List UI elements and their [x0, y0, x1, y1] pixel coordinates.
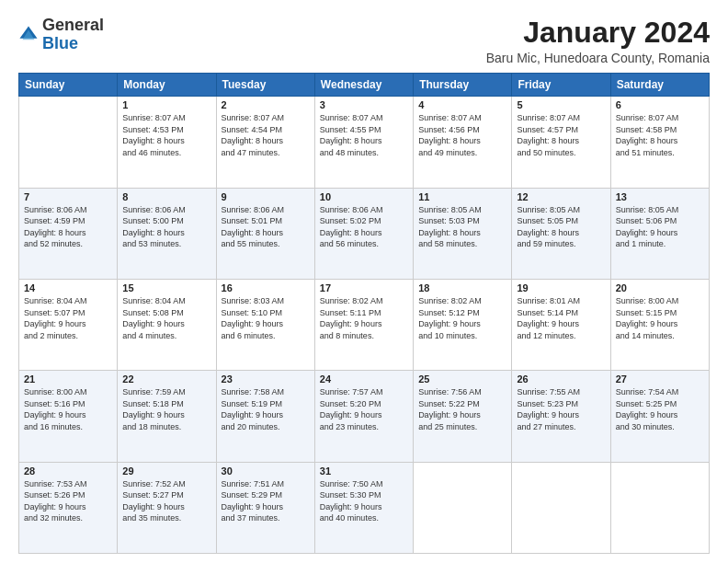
table-row: 23Sunrise: 7:58 AMSunset: 5:19 PMDayligh…: [216, 371, 314, 462]
day-number: 8: [122, 191, 210, 202]
day-info: Sunrise: 7:55 AMSunset: 5:23 PMDaylight:…: [517, 386, 605, 432]
col-friday: Friday: [512, 74, 610, 97]
day-number: 31: [320, 465, 408, 477]
day-info: Sunrise: 8:06 AMSunset: 5:01 PMDaylight:…: [222, 204, 310, 250]
title-block: January 2024 Baru Mic, Hunedoara County,…: [486, 17, 710, 65]
table-row: 5Sunrise: 8:07 AMSunset: 4:57 PMDaylight…: [512, 97, 610, 188]
day-number: 6: [616, 99, 704, 110]
day-info: Sunrise: 7:58 AMSunset: 5:19 PMDaylight:…: [222, 386, 310, 432]
day-info: Sunrise: 8:03 AMSunset: 5:10 PMDaylight:…: [222, 295, 310, 341]
col-wednesday: Wednesday: [314, 74, 413, 97]
day-info: Sunrise: 8:07 AMSunset: 4:54 PMDaylight:…: [222, 112, 310, 158]
day-number: 2: [222, 99, 310, 110]
table-row: 17Sunrise: 8:02 AMSunset: 5:11 PMDayligh…: [314, 279, 413, 370]
day-info: Sunrise: 7:52 AMSunset: 5:27 PMDaylight:…: [122, 478, 210, 524]
day-number: 21: [24, 373, 112, 385]
table-row: 27Sunrise: 7:54 AMSunset: 5:25 PMDayligh…: [610, 371, 709, 462]
table-row: 18Sunrise: 8:02 AMSunset: 5:12 PMDayligh…: [414, 279, 512, 370]
day-number: 14: [24, 282, 112, 293]
day-number: 22: [122, 373, 210, 385]
day-number: 17: [320, 282, 408, 293]
day-info: Sunrise: 8:05 AMSunset: 5:03 PMDaylight:…: [418, 204, 506, 250]
table-row: 2Sunrise: 8:07 AMSunset: 4:54 PMDaylight…: [216, 97, 314, 188]
day-info: Sunrise: 7:50 AMSunset: 5:30 PMDaylight:…: [320, 478, 408, 524]
day-number: 18: [418, 282, 506, 293]
calendar-table: Sunday Monday Tuesday Wednesday Thursday…: [18, 73, 710, 554]
logo: General Blue: [18, 17, 104, 53]
day-number: 5: [517, 99, 605, 110]
day-number: 3: [320, 99, 408, 110]
table-row: 9Sunrise: 8:06 AMSunset: 5:01 PMDaylight…: [216, 188, 314, 279]
table-row: 21Sunrise: 8:00 AMSunset: 5:16 PMDayligh…: [19, 371, 118, 462]
day-info: Sunrise: 8:06 AMSunset: 4:59 PMDaylight:…: [24, 204, 112, 250]
day-info: Sunrise: 7:54 AMSunset: 5:25 PMDaylight:…: [616, 386, 704, 432]
day-info: Sunrise: 7:56 AMSunset: 5:22 PMDaylight:…: [418, 386, 506, 432]
day-info: Sunrise: 8:02 AMSunset: 5:11 PMDaylight:…: [320, 295, 408, 341]
day-info: Sunrise: 8:06 AMSunset: 5:02 PMDaylight:…: [320, 204, 408, 250]
day-info: Sunrise: 8:05 AMSunset: 5:06 PMDaylight:…: [616, 204, 704, 250]
title-month: January 2024: [486, 17, 710, 49]
table-row: 11Sunrise: 8:05 AMSunset: 5:03 PMDayligh…: [414, 188, 512, 279]
table-row: 28Sunrise: 7:53 AMSunset: 5:26 PMDayligh…: [19, 462, 118, 553]
table-row: 3Sunrise: 8:07 AMSunset: 4:55 PMDaylight…: [314, 97, 413, 188]
table-row: 15Sunrise: 8:04 AMSunset: 5:08 PMDayligh…: [118, 279, 216, 370]
day-number: 12: [517, 191, 605, 202]
table-row: 14Sunrise: 8:04 AMSunset: 5:07 PMDayligh…: [19, 279, 118, 370]
day-number: 15: [122, 282, 210, 293]
col-sunday: Sunday: [19, 74, 118, 97]
day-info: Sunrise: 7:59 AMSunset: 5:18 PMDaylight:…: [122, 386, 210, 432]
day-number: 24: [320, 373, 408, 385]
day-info: Sunrise: 8:07 AMSunset: 4:55 PMDaylight:…: [320, 112, 408, 158]
week-row-1: 7Sunrise: 8:06 AMSunset: 4:59 PMDaylight…: [19, 188, 710, 279]
day-info: Sunrise: 8:07 AMSunset: 4:58 PMDaylight:…: [616, 112, 704, 158]
title-location: Baru Mic, Hunedoara County, Romania: [486, 51, 710, 65]
day-info: Sunrise: 7:57 AMSunset: 5:20 PMDaylight:…: [320, 386, 408, 432]
table-row: 7Sunrise: 8:06 AMSunset: 4:59 PMDaylight…: [19, 188, 118, 279]
day-info: Sunrise: 7:53 AMSunset: 5:26 PMDaylight:…: [24, 478, 112, 524]
logo-text: General Blue: [42, 17, 104, 53]
logo-blue: Blue: [42, 34, 78, 52]
page: General Blue January 2024 Baru Mic, Hune…: [0, 0, 728, 563]
header: General Blue January 2024 Baru Mic, Hune…: [18, 17, 710, 65]
table-row: [610, 462, 709, 553]
day-number: 27: [616, 373, 704, 385]
col-saturday: Saturday: [610, 74, 709, 97]
table-row: [512, 462, 610, 553]
day-number: 26: [517, 373, 605, 385]
week-row-2: 14Sunrise: 8:04 AMSunset: 5:07 PMDayligh…: [19, 279, 710, 370]
table-row: 10Sunrise: 8:06 AMSunset: 5:02 PMDayligh…: [314, 188, 413, 279]
day-number: 7: [24, 191, 112, 202]
logo-general: General: [42, 16, 104, 34]
day-info: Sunrise: 8:00 AMSunset: 5:16 PMDaylight:…: [24, 386, 112, 432]
table-row: [19, 97, 118, 188]
day-info: Sunrise: 8:07 AMSunset: 4:57 PMDaylight:…: [517, 112, 605, 158]
day-number: 4: [418, 99, 506, 110]
table-row: [414, 462, 512, 553]
calendar-header-row: Sunday Monday Tuesday Wednesday Thursday…: [19, 74, 710, 97]
week-row-3: 21Sunrise: 8:00 AMSunset: 5:16 PMDayligh…: [19, 371, 710, 462]
week-row-4: 28Sunrise: 7:53 AMSunset: 5:26 PMDayligh…: [19, 462, 710, 553]
col-thursday: Thursday: [414, 74, 512, 97]
day-number: 16: [222, 282, 310, 293]
table-row: 22Sunrise: 7:59 AMSunset: 5:18 PMDayligh…: [118, 371, 216, 462]
table-row: 24Sunrise: 7:57 AMSunset: 5:20 PMDayligh…: [314, 371, 413, 462]
table-row: 8Sunrise: 8:06 AMSunset: 5:00 PMDaylight…: [118, 188, 216, 279]
day-number: 30: [222, 465, 310, 477]
table-row: 6Sunrise: 8:07 AMSunset: 4:58 PMDaylight…: [610, 97, 709, 188]
logo-icon: [18, 25, 39, 45]
week-row-0: 1Sunrise: 8:07 AMSunset: 4:53 PMDaylight…: [19, 97, 710, 188]
day-info: Sunrise: 8:02 AMSunset: 5:12 PMDaylight:…: [418, 295, 506, 341]
day-number: 10: [320, 191, 408, 202]
day-info: Sunrise: 7:51 AMSunset: 5:29 PMDaylight:…: [222, 478, 310, 524]
table-row: 20Sunrise: 8:00 AMSunset: 5:15 PMDayligh…: [610, 279, 709, 370]
table-row: 13Sunrise: 8:05 AMSunset: 5:06 PMDayligh…: [610, 188, 709, 279]
day-number: 28: [24, 465, 112, 477]
day-info: Sunrise: 8:05 AMSunset: 5:05 PMDaylight:…: [517, 204, 605, 250]
day-number: 1: [122, 99, 210, 110]
col-tuesday: Tuesday: [216, 74, 314, 97]
day-number: 20: [616, 282, 704, 293]
table-row: 29Sunrise: 7:52 AMSunset: 5:27 PMDayligh…: [118, 462, 216, 553]
table-row: 31Sunrise: 7:50 AMSunset: 5:30 PMDayligh…: [314, 462, 413, 553]
table-row: 19Sunrise: 8:01 AMSunset: 5:14 PMDayligh…: [512, 279, 610, 370]
day-info: Sunrise: 8:01 AMSunset: 5:14 PMDaylight:…: [517, 295, 605, 341]
